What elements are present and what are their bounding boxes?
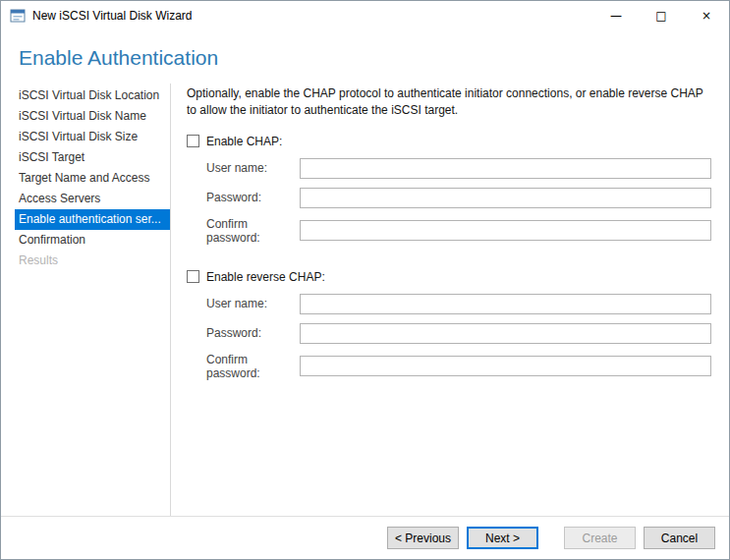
create-button[interactable]: Create: [564, 527, 636, 549]
main-content: Optionally, enable the CHAP protocol to …: [187, 84, 729, 516]
sidebar-item-results: Results: [15, 251, 170, 271]
sidebar-item-access-servers[interactable]: Access Servers: [15, 189, 170, 209]
enable-chap-label: Enable CHAP:: [206, 135, 282, 148]
chap-password-row: Password:: [206, 188, 711, 208]
reverse-chap-password-label: Password:: [206, 326, 300, 340]
wizard-footer: < Previous Next > Create Cancel: [1, 516, 729, 559]
sidebar-item-enable-authentication[interactable]: Enable authentication ser...: [15, 209, 170, 230]
chap-password-input[interactable]: [300, 188, 711, 208]
previous-button[interactable]: < Previous: [387, 527, 459, 549]
chap-confirm-password-input[interactable]: [300, 220, 711, 241]
chap-username-label: User name:: [206, 161, 300, 175]
enable-reverse-chap-row: Enable reverse CHAP:: [187, 270, 711, 284]
wizard-icon: [10, 8, 26, 24]
page-title: Enable Authentication: [19, 46, 729, 70]
reverse-chap-password-input[interactable]: [300, 323, 711, 344]
sidebar-item-disk-location[interactable]: iSCSI Virtual Disk Location: [15, 85, 170, 106]
window-controls: — □ ×: [593, 1, 729, 30]
wizard-body: iSCSI Virtual Disk Location iSCSI Virtua…: [1, 84, 729, 516]
enable-chap-row: Enable CHAP:: [187, 135, 711, 148]
titlebar[interactable]: New iSCSI Virtual Disk Wizard — □ ×: [1, 1, 729, 30]
sidebar-item-confirmation[interactable]: Confirmation: [15, 230, 170, 251]
chap-password-label: Password:: [206, 191, 300, 204]
maximize-icon[interactable]: □: [639, 1, 684, 30]
reverse-chap-confirm-password-label: Confirm password:: [206, 353, 300, 380]
wizard-window: New iSCSI Virtual Disk Wizard — □ × Enab…: [0, 0, 730, 560]
chap-confirm-password-label: Confirm password:: [206, 217, 300, 245]
reverse-chap-username-row: User name:: [206, 294, 711, 314]
sidebar-item-disk-size[interactable]: iSCSI Virtual Disk Size: [15, 127, 170, 147]
reverse-chap-password-row: Password:: [206, 323, 711, 344]
minimize-icon[interactable]: —: [593, 1, 639, 30]
reverse-chap-confirm-password-row: Confirm password:: [206, 353, 711, 380]
enable-chap-checkbox[interactable]: [187, 135, 199, 147]
reverse-chap-confirm-password-input[interactable]: [300, 356, 711, 376]
close-icon[interactable]: ×: [684, 1, 729, 30]
chap-username-input[interactable]: [300, 158, 711, 179]
sidebar-item-iscsi-target[interactable]: iSCSI Target: [15, 147, 170, 168]
next-button[interactable]: Next >: [467, 527, 538, 549]
chap-username-row: User name:: [206, 158, 711, 179]
page-description: Optionally, enable the CHAP protocol to …: [187, 85, 711, 119]
sidebar-divider: [170, 84, 171, 516]
enable-reverse-chap-label: Enable reverse CHAP:: [206, 270, 325, 284]
sidebar-item-target-name-access[interactable]: Target Name and Access: [15, 168, 170, 189]
cancel-button[interactable]: Cancel: [644, 527, 715, 549]
reverse-chap-username-label: User name:: [206, 297, 300, 310]
chap-confirm-password-row: Confirm password:: [206, 217, 711, 245]
window-title: New iSCSI Virtual Disk Wizard: [32, 9, 192, 23]
sidebar-item-disk-name[interactable]: iSCSI Virtual Disk Name: [15, 106, 170, 127]
enable-reverse-chap-checkbox[interactable]: [187, 270, 199, 283]
wizard-steps-sidebar: iSCSI Virtual Disk Location iSCSI Virtua…: [15, 84, 170, 516]
reverse-chap-username-input[interactable]: [300, 294, 711, 314]
